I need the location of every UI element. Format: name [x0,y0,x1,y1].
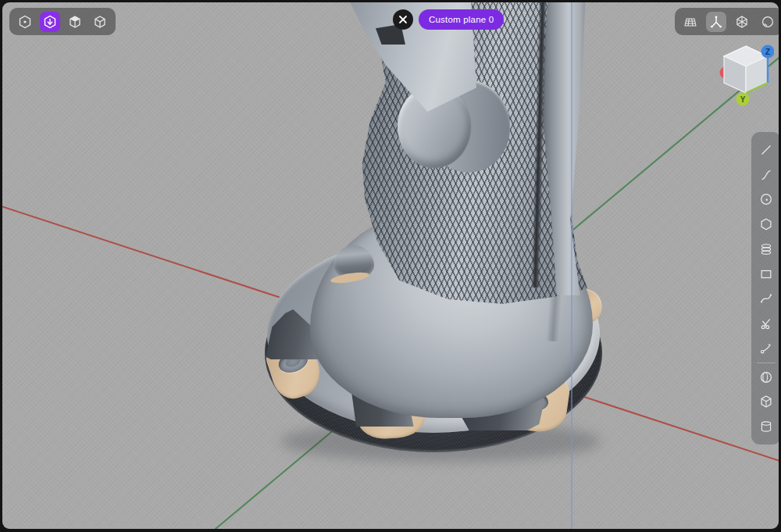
sketch-tool-rail [751,132,779,445]
circle-tool-button[interactable] [754,187,779,212]
coil-icon [758,241,774,257]
hexagon-arrow-icon [42,14,58,30]
coil-tool-button[interactable] [754,237,779,262]
sphere-tool-button[interactable] [754,365,779,390]
grid-icon [683,14,698,30]
offset-icon [758,341,774,356]
hex-wheel-display-button[interactable] [732,12,752,32]
model-knurled-grip[interactable] [2,2,779,529]
custom-plane-chip[interactable]: Custom plane 0 [419,9,504,30]
axis-tripod-icon [708,14,724,30]
spline-tool-button[interactable] [754,287,779,312]
viewport-3d[interactable]: Custom plane 0 [2,2,779,529]
polygon-icon [758,216,774,232]
box-tool-button[interactable] [754,390,779,415]
y-axis-label: Y [740,95,746,104]
arc-tool-button[interactable] [754,162,779,187]
axis-tripod-display-button[interactable] [706,12,726,32]
rectangle-icon [758,266,774,282]
sphere-shading-icon [760,14,776,30]
close-icon [398,15,408,24]
hex-wheel-icon [734,14,750,30]
rail-divider [757,362,776,363]
spline-icon [758,291,774,306]
circle-icon [758,191,774,207]
view-hexagon-dot-button[interactable] [15,12,35,32]
view-hexagon-arrow-button[interactable] [40,12,60,32]
custom-plane-label: Custom plane 0 [429,15,494,24]
view-solid-cube-button[interactable] [65,12,85,32]
cylinder-icon [758,419,774,434]
line-icon [758,142,774,158]
sphere-shading-display-button[interactable] [758,12,778,32]
sphere-icon [758,370,774,385]
viewport-settings-toolbar [675,8,779,35]
box-icon [758,394,774,409]
trim-tool-button[interactable] [754,311,779,336]
rectangle-tool-button[interactable] [754,262,779,287]
solid-cube-icon [67,14,83,30]
grid-display-button[interactable] [680,12,701,32]
orientation-cube[interactable]: Z Y [718,41,774,107]
arc-icon [758,167,774,183]
hexagon-dot-icon [17,14,33,30]
offset-tool-button[interactable] [754,336,779,361]
wireframe-cube-icon [92,14,108,30]
line-tool-button[interactable] [754,137,779,162]
z-axis-line [571,2,572,529]
z-axis-label: Z [765,48,770,56]
close-plane-button[interactable] [393,9,413,30]
cylinder-tool-button[interactable] [754,414,779,439]
polygon-tool-button[interactable] [754,212,779,237]
display-mode-toolbar [9,8,116,35]
view-wireframe-cube-button[interactable] [90,12,110,32]
scissors-icon [758,316,774,331]
